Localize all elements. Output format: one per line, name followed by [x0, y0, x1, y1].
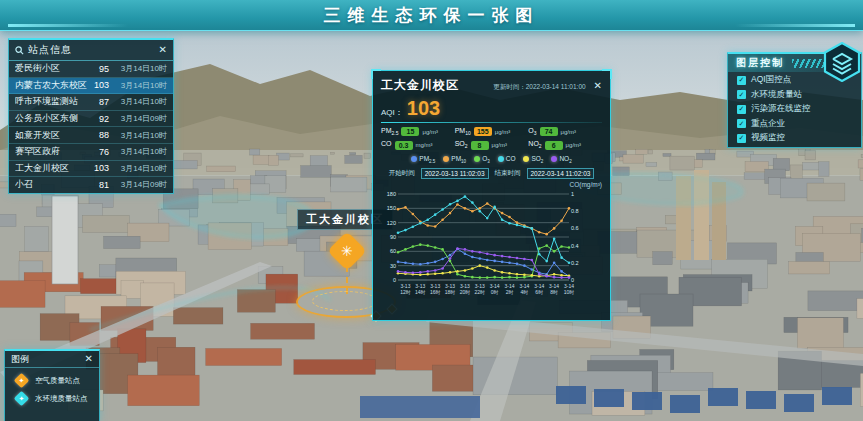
- svg-text:3-1322时: 3-1322时: [475, 283, 486, 295]
- corner-decoration: [602, 69, 612, 79]
- series-color-dot: [474, 156, 480, 162]
- series-legend-toggle[interactable]: PM2.5: [411, 155, 435, 164]
- station-name: 爱民街小区: [15, 62, 87, 75]
- svg-text:0.4: 0.4: [571, 243, 579, 249]
- pollutant-name: O3: [528, 127, 536, 136]
- checkbox-checked-icon[interactable]: ✓: [737, 90, 746, 99]
- layer-label: 水环境质量站: [751, 89, 802, 101]
- station-name: 公务员小区东侧: [15, 112, 87, 125]
- map-legend-panel: 图例 ✕ ✦ 空气质量站点✦ 水环境质量站点: [4, 349, 100, 421]
- svg-text:180: 180: [387, 191, 396, 197]
- pollutant-cell: NO2 6 μg/m³: [528, 140, 602, 149]
- station-aqi: 103: [87, 163, 109, 173]
- station-aqi: 81: [87, 180, 109, 190]
- station-row[interactable]: 公务员小区东侧 92 3月14日09时: [9, 111, 173, 128]
- series-legend-toggle[interactable]: SO2: [523, 155, 543, 164]
- close-icon[interactable]: ✕: [85, 354, 93, 364]
- header-decoration: [8, 24, 128, 27]
- checkbox-checked-icon[interactable]: ✓: [737, 134, 746, 143]
- pollutant-value-badge: 0.3: [395, 141, 413, 150]
- series-legend-toggle[interactable]: O3: [474, 155, 490, 164]
- pollutant-name: SO2: [455, 140, 468, 149]
- svg-text:3-140时: 3-140时: [490, 283, 500, 295]
- pollutant-cell: PM10 155 μg/m³: [455, 127, 529, 136]
- station-row[interactable]: 赛罕区政府 76 3月14日10时: [9, 144, 173, 161]
- series-color-dot: [551, 156, 557, 162]
- svg-text:3-1410时: 3-1410时: [564, 283, 575, 295]
- legend-item: ✦ 水环境质量站点: [13, 393, 99, 404]
- app-header: 三维生态环保一张图: [0, 0, 863, 31]
- layer-item[interactable]: ✓ 视频监控: [737, 132, 861, 145]
- station-name: 内蒙古农大东校区: [15, 79, 87, 92]
- svg-text:3-1316时: 3-1316时: [430, 283, 441, 295]
- pollutant-unit: μg/m³: [566, 142, 581, 148]
- station-row[interactable]: 如意开发区 88 3月14日10时: [9, 127, 173, 144]
- pollutant-name: PM2.5: [381, 127, 398, 136]
- end-time-input[interactable]: 2022-03-14 11:02:03: [527, 168, 595, 179]
- checkbox-checked-icon[interactable]: ✓: [737, 76, 746, 85]
- divider: [381, 122, 602, 123]
- layer-label: AQI国控点: [751, 74, 791, 86]
- layer-list: ✓ AQI国控点✓ 水环境质量站✓ 污染源在线监控✓ 重点企业✓ 视频监控: [728, 74, 861, 145]
- legend-label: 水环境质量站点: [35, 394, 88, 404]
- layers-icon[interactable]: [822, 42, 862, 82]
- legend-panel-title: 图例: [11, 353, 85, 366]
- start-time-input[interactable]: 2022-03-13 11:02:03: [421, 168, 489, 179]
- station-row[interactable]: 呼市环境监测站 87 3月14日10时: [9, 94, 173, 111]
- station-panel-header: 站点信息 ✕: [9, 40, 173, 61]
- pollutant-cell: PM2.5 15 μg/m³: [381, 127, 455, 136]
- pollutant-unit: μg/m³: [561, 129, 576, 135]
- series-color-dot: [411, 156, 417, 162]
- svg-text:0.8: 0.8: [571, 208, 579, 214]
- station-aqi: 103: [87, 80, 109, 90]
- series-color-dot: [498, 156, 504, 162]
- legend-marker-icon: ✦: [14, 373, 30, 389]
- station-row[interactable]: 内蒙古农大东校区 103 3月14日10时: [9, 78, 173, 95]
- layer-item[interactable]: ✓ 水环境质量站: [737, 88, 861, 101]
- checkbox-checked-icon[interactable]: ✓: [737, 105, 746, 114]
- series-color-dot: [443, 156, 449, 162]
- close-icon[interactable]: ✕: [159, 45, 167, 55]
- page-title: 三维生态环保一张图: [324, 4, 540, 27]
- series-legend-toggle[interactable]: CO: [498, 155, 516, 164]
- svg-text:3-146时: 3-146时: [534, 283, 544, 295]
- station-aqi: 95: [87, 64, 109, 74]
- svg-text:3-148时: 3-148时: [549, 283, 559, 295]
- svg-text:3-1320时: 3-1320时: [460, 283, 471, 295]
- svg-text:150: 150: [387, 205, 396, 211]
- corner-decoration: [371, 69, 381, 79]
- station-row[interactable]: 爱民街小区 95 3月14日10时: [9, 61, 173, 78]
- search-icon: [15, 46, 24, 55]
- station-list-panel: 站点信息 ✕ 爱民街小区 95 3月14日10时内蒙古农大东校区 103 3月1…: [8, 38, 174, 194]
- station-time: 3月14日10时: [109, 96, 167, 107]
- series-legend-toggle[interactable]: PM10: [443, 155, 466, 164]
- pollutant-cell: SO2 8 μg/m³: [455, 140, 529, 149]
- svg-text:0: 0: [393, 277, 396, 283]
- close-icon[interactable]: ✕: [594, 81, 602, 91]
- pollutant-cell: CO 0.3 mg/m³: [381, 140, 455, 149]
- layer-item[interactable]: ✓ 重点企业: [737, 117, 861, 130]
- station-row[interactable]: 小召 81 3月14日09时: [9, 177, 173, 194]
- series-legend-toggle[interactable]: NO2: [551, 155, 571, 164]
- layer-item[interactable]: ✓ 污染源在线监控: [737, 103, 861, 116]
- checkbox-checked-icon[interactable]: ✓: [737, 119, 746, 128]
- svg-text:3-144时: 3-144时: [519, 283, 529, 295]
- right-axis-label: CO(mg/m³): [381, 181, 602, 188]
- svg-text:3-142时: 3-142时: [505, 283, 515, 295]
- pollutant-value-badge: 6: [545, 141, 563, 150]
- series-color-dot: [523, 156, 529, 162]
- pollutant-grid: PM2.5 15 μg/m³PM10 155 μg/m³O3 74 μg/m³C…: [381, 127, 602, 150]
- pollutant-name: CO: [381, 140, 392, 149]
- legend-list: ✦ 空气质量站点✦ 水环境质量站点: [5, 375, 99, 404]
- station-name: 工大金川校区: [15, 162, 87, 175]
- pollutant-unit: μg/m³: [422, 129, 437, 135]
- station-time: 3月14日10时: [109, 146, 167, 157]
- aqi-value: 103: [407, 97, 440, 120]
- station-aqi: 87: [87, 97, 109, 107]
- station-row[interactable]: 工大金川校区 103 3月14日10时: [9, 161, 173, 178]
- svg-text:3-1318时: 3-1318时: [445, 283, 456, 295]
- start-time-label: 开始时间: [389, 169, 415, 178]
- header-decoration: [735, 24, 855, 27]
- layer-panel-title: 图层控制: [736, 56, 784, 70]
- station-panel-title: 站点信息: [28, 43, 159, 57]
